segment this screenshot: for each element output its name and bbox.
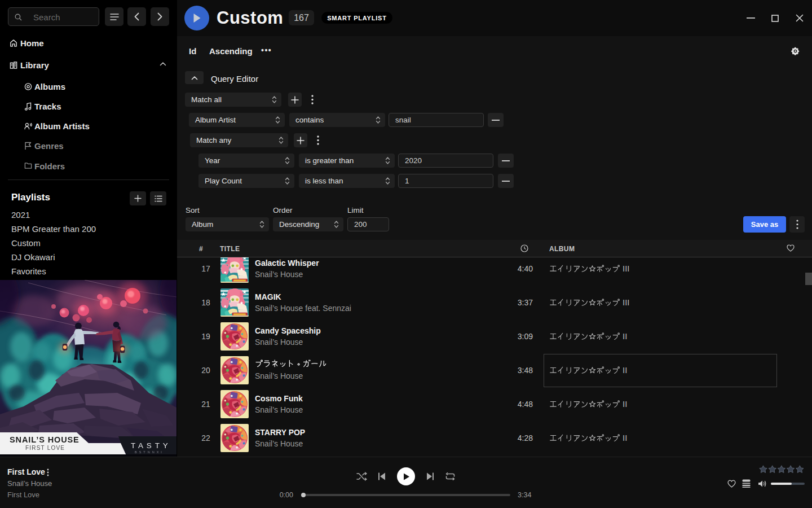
svg-text:FIRST LOVE: FIRST LOVE — [25, 445, 65, 451]
svg-text:SNAIL’S HOUSE: SNAIL’S HOUSE — [10, 435, 80, 444]
svg-text:III: III — [623, 298, 630, 307]
svg-text:II: II — [623, 433, 627, 443]
svg-text:III: III — [623, 264, 630, 273]
svg-text:TASTY: TASTY — [131, 441, 171, 450]
svg-text:II: II — [623, 332, 627, 341]
svg-text:II: II — [623, 400, 627, 409]
svg-text:BSTNNXI: BSTNNXI — [135, 450, 164, 454]
